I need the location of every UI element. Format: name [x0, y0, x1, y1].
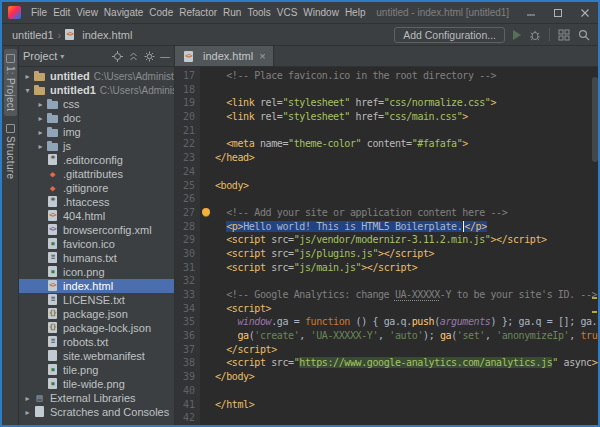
line-number-32[interactable]: 32 — [175, 274, 195, 288]
close-button[interactable] — [571, 2, 598, 23]
run-icon[interactable] — [513, 30, 521, 40]
line-number-26[interactable]: 26 — [175, 192, 195, 206]
line-number-27[interactable]: 27 — [175, 206, 195, 220]
code-line-33[interactable]: <!-- Google Analytics: change UA-XXXXX-Y… — [200, 288, 598, 302]
tab-index-html[interactable]: <> index.html × — [175, 46, 274, 66]
tree-collapsed-chevron-icon[interactable]: ▸ — [22, 408, 33, 417]
tool-window-button-1-project[interactable]: 1: Project — [4, 49, 17, 116]
tree-item-css[interactable]: ▸css — [19, 97, 174, 111]
code-line-37[interactable]: </script> — [200, 343, 598, 357]
line-number-31[interactable]: 31 — [175, 261, 195, 275]
line-number-28[interactable]: 28 — [175, 220, 195, 234]
code-line-30[interactable]: <script src="js/plugins.js"></script> — [200, 247, 598, 261]
code-area[interactable]: <!-- Place favicon.ico in the root direc… — [200, 67, 598, 425]
code-line-20[interactable]: <link rel="stylesheet" href="css/main.cs… — [200, 110, 598, 124]
code-line-21[interactable] — [200, 124, 598, 138]
tree-item-humans-txt[interactable]: ≡humans.txt — [19, 251, 174, 265]
code-line-31[interactable]: <script src="js/main.js"></script> — [200, 261, 598, 275]
tree-collapsed-chevron-icon[interactable]: ▸ — [22, 72, 33, 81]
tree-item-index-html[interactable]: <>index.html — [19, 279, 174, 293]
tree-item-robots-txt[interactable]: ≡robots.txt — [19, 335, 174, 349]
code-line-38[interactable]: <script src="https://www.google-analytic… — [200, 356, 598, 370]
menu-item-vcs[interactable]: VCS — [274, 7, 301, 18]
code-line-22[interactable]: <meta name="theme-color" content="#fafaf… — [200, 137, 598, 151]
code-line-34[interactable]: <script> — [200, 302, 598, 316]
breadcrumb-project[interactable]: untitled1 — [10, 29, 56, 41]
menu-item-window[interactable]: Window — [300, 7, 342, 18]
intention-bulb-icon[interactable] — [202, 208, 210, 216]
code-line-17[interactable]: <!-- Place favicon.ico in the root direc… — [200, 69, 598, 83]
tree-item-package-lock-json[interactable]: {}package-lock.json — [19, 321, 174, 335]
line-number-23[interactable]: 23 — [175, 151, 195, 165]
search-icon[interactable] — [578, 29, 590, 41]
code-line-32[interactable] — [200, 274, 598, 288]
menu-item-tools[interactable]: Tools — [244, 7, 273, 18]
menu-item-run[interactable]: Run — [220, 7, 244, 18]
tree-item--editorconfig[interactable]: *.editorconfig — [19, 153, 174, 167]
tree-item-scratches-and-consoles[interactable]: ▸Scratches and Consoles — [19, 405, 174, 419]
code-line-25[interactable]: <body> — [200, 179, 598, 193]
code-line-28[interactable]: <p>Hello world! This is HTML5 Boilerplat… — [200, 220, 598, 234]
menu-item-view[interactable]: View — [73, 7, 101, 18]
tree-item-icon-png[interactable]: ▪icon.png — [19, 265, 174, 279]
tree-collapsed-chevron-icon[interactable]: ▸ — [35, 114, 46, 123]
line-number-20[interactable]: 20 — [175, 110, 195, 124]
tree-item-site-webmanifest[interactable]: site.webmanifest — [19, 349, 174, 363]
tree-item-doc[interactable]: ▸doc — [19, 111, 174, 125]
line-number-40[interactable]: 40 — [175, 384, 195, 398]
line-number-24[interactable]: 24 — [175, 165, 195, 179]
tree-item--htaccess[interactable]: *.htaccess — [19, 195, 174, 209]
tree-item-img[interactable]: ▸img — [19, 125, 174, 139]
code-line-19[interactable]: <link rel="stylesheet" href="css/normali… — [200, 96, 598, 110]
line-number-41[interactable]: 41 — [175, 398, 195, 412]
close-tab-icon[interactable]: × — [259, 50, 265, 62]
tree-collapsed-chevron-icon[interactable]: ▸ — [35, 128, 46, 137]
tree-collapsed-chevron-icon[interactable]: ▸ — [35, 100, 46, 109]
tree-item--gitattributes[interactable]: ◆.gitattributes — [19, 167, 174, 181]
line-number-21[interactable]: 21 — [175, 124, 195, 138]
breadcrumb-file[interactable]: index.html — [80, 29, 134, 41]
code-line-35[interactable]: window.ga = function () { ga.q.push(argu… — [200, 315, 598, 329]
code-line-26[interactable] — [200, 192, 598, 206]
scrollbar-thumb[interactable] — [592, 77, 598, 162]
code-line-24[interactable] — [200, 165, 598, 179]
code-line-40[interactable] — [200, 384, 598, 398]
line-number-34[interactable]: 34 — [175, 302, 195, 316]
code-line-27[interactable]: <!-- Add your site or application conten… — [200, 206, 598, 220]
tree-item-tile-wide-png[interactable]: ▪tile-wide.png — [19, 377, 174, 391]
code-line-39[interactable]: </body> — [200, 370, 598, 384]
line-number-38[interactable]: 38 — [175, 356, 195, 370]
tree-item-tile-png[interactable]: ▪tile.png — [19, 363, 174, 377]
tree-item-external-libraries[interactable]: ▸▤External Libraries — [19, 391, 174, 405]
menu-item-file[interactable]: File — [28, 7, 50, 18]
code-line-42[interactable] — [200, 411, 598, 425]
line-number-25[interactable]: 25 — [175, 179, 195, 193]
tree-item-404-html[interactable]: <>404.html — [19, 209, 174, 223]
line-number-36[interactable]: 36 — [175, 329, 195, 343]
code-line-23[interactable]: </head> — [200, 151, 598, 165]
tree-item-untitled[interactable]: ▸untitledC:\Users\Administrato — [19, 69, 174, 83]
tool-window-button-structure[interactable]: Structure — [4, 119, 17, 184]
menu-item-code[interactable]: Code — [146, 7, 176, 18]
collapse-all-icon[interactable] — [128, 51, 139, 62]
locate-icon[interactable] — [112, 51, 123, 62]
menu-item-navigate[interactable]: Navigate — [101, 7, 146, 18]
debug-icon[interactable] — [529, 29, 541, 41]
line-number-30[interactable]: 30 — [175, 247, 195, 261]
line-number-39[interactable]: 39 — [175, 370, 195, 384]
line-number-18[interactable]: 18 — [175, 83, 195, 97]
tree-item-license-txt[interactable]: ≡LICENSE.txt — [19, 293, 174, 307]
project-panel-title[interactable]: Project — [23, 50, 57, 62]
line-number-19[interactable]: 19 — [175, 96, 195, 110]
menu-item-edit[interactable]: Edit — [50, 7, 73, 18]
layout-grid-icon[interactable] — [558, 29, 570, 41]
tree-item-browserconfig-xml[interactable]: <>browserconfig.xml — [19, 223, 174, 237]
code-line-36[interactable]: ga('create', 'UA-XXXXX-Y', 'auto'); ga('… — [200, 329, 598, 343]
warning-stripe-mark[interactable] — [592, 311, 597, 313]
line-number-33[interactable]: 33 — [175, 288, 195, 302]
line-number-35[interactable]: 35 — [175, 315, 195, 329]
tree-item-favicon-ico[interactable]: ▪favicon.ico — [19, 237, 174, 251]
tree-item-js[interactable]: ▸js — [19, 139, 174, 153]
line-number-42[interactable]: 42 — [175, 411, 195, 425]
tree-item-untitled1[interactable]: ▾untitled1C:\Users\Administra — [19, 83, 174, 97]
